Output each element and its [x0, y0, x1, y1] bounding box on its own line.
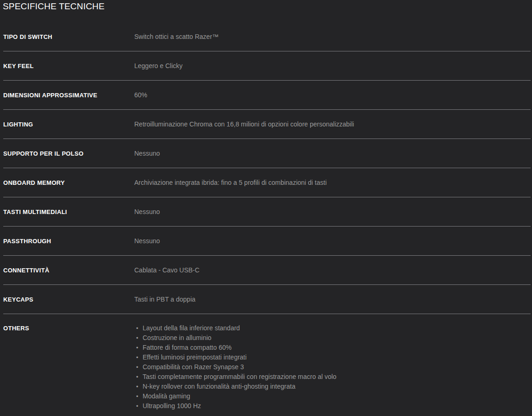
spec-label: CONNETTIVITÀ: [3, 267, 134, 274]
spec-list-item: Layout della fila inferiore standard: [134, 323, 337, 333]
spec-label: OTHERS: [3, 325, 134, 332]
spec-list-item: Ultrapolling 1000 Hz: [134, 401, 337, 411]
spec-label: LIGHTING: [3, 121, 134, 128]
spec-row: PASSTHROUGH Nessuno: [3, 227, 531, 256]
spec-value: Switch ottici a scatto Razer™: [134, 33, 219, 40]
spec-row: KEY FEEL Leggero e Clicky: [3, 51, 531, 81]
spec-list-item: N-key rollover con funzionalità anti-gho…: [134, 382, 337, 391]
spec-row: OTHERS Layout della fila inferiore stand…: [3, 314, 531, 416]
spec-list-item: Tasti completamente programmabili con re…: [134, 372, 337, 382]
spec-value: Nessuno: [134, 150, 160, 157]
spec-row: SUPPORTO PER IL POLSO Nessuno: [3, 139, 531, 168]
spec-row: LIGHTING Retroilluminazione Chroma con 1…: [3, 110, 531, 139]
spec-value: Archiviazione integrata ibrida: fino a 5…: [134, 179, 327, 186]
spec-list: Layout della fila inferiore standardCost…: [134, 323, 337, 411]
spec-value: Cablata - Cavo USB-C: [134, 266, 200, 274]
spec-label: TASTI MULTIMEDIALI: [3, 208, 134, 216]
spec-row: TASTI MULTIMEDIALI Nessuno: [3, 197, 531, 227]
spec-row: ONBOARD MEMORY Archiviazione integrata i…: [3, 168, 531, 197]
spec-label: TIPO DI SWITCH: [3, 33, 134, 41]
spec-value: Nessuno: [134, 208, 160, 215]
spec-label: ONBOARD MEMORY: [3, 179, 134, 187]
spec-value: Leggero e Clicky: [134, 62, 182, 69]
spec-label: KEY FEEL: [3, 63, 134, 70]
spec-label: KEYCAPS: [3, 296, 134, 303]
spec-label: PASSTHROUGH: [3, 238, 134, 245]
spec-row: DIMENSIONI APPROSSIMATIVE 60%: [3, 81, 531, 110]
spec-list-item: Compatibilità con Razer Synapse 3: [134, 362, 337, 372]
spec-list-item: Effetti luminosi preimpostati integrati: [134, 353, 337, 362]
page-title: SPECIFICHE TECNICHE: [0, 0, 532, 12]
spec-table: TIPO DI SWITCH Switch ottici a scatto Ra…: [0, 22, 532, 416]
spec-list-item: Fattore di forma compatto 60%: [134, 343, 337, 353]
spec-value: Tasti in PBT a doppia: [134, 296, 195, 303]
spec-label: SUPPORTO PER IL POLSO: [3, 150, 134, 158]
spec-list-item: Costruzione in alluminio: [134, 333, 337, 343]
spec-value: 60%: [134, 91, 147, 99]
spec-value: Retroilluminazione Chroma con 16,8 milio…: [134, 120, 354, 128]
spec-row: TIPO DI SWITCH Switch ottici a scatto Ra…: [3, 22, 531, 51]
spec-label: DIMENSIONI APPROSSIMATIVE: [3, 92, 134, 99]
spec-row: CONNETTIVITÀ Cablata - Cavo USB-C: [3, 256, 531, 285]
spec-page: SPECIFICHE TECNICHE TIPO DI SWITCH Switc…: [0, 0, 532, 416]
spec-value: Nessuno: [134, 237, 160, 245]
spec-list-item: Modalità gaming: [134, 391, 337, 401]
spec-row: KEYCAPS Tasti in PBT a doppia: [3, 285, 531, 314]
